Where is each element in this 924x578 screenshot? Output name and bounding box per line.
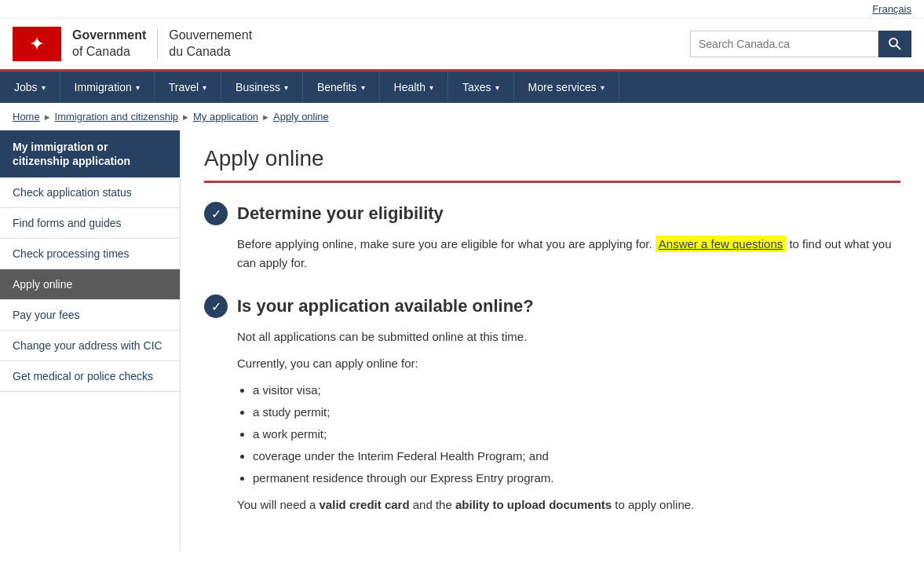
gov-en-line2: of Canada — [72, 44, 146, 60]
list-item: permanent residence through our Express … — [253, 469, 900, 488]
top-bar: Français — [0, 0, 924, 19]
search-button[interactable] — [878, 31, 911, 57]
check-icon-1: ✓ — [204, 202, 228, 225]
sidebar-item-check-status[interactable]: Check application status — [0, 177, 180, 208]
sidebar: My immigration or citizenship applicatio… — [0, 130, 181, 552]
svg-point-0 — [889, 38, 897, 46]
gov-fr-line1: Gouvernement — [169, 27, 252, 44]
nav-item-immigration[interactable]: Immigration ▾ — [60, 71, 155, 103]
nav-item-jobs[interactable]: Jobs ▾ — [0, 71, 60, 103]
breadcrumb-sep-3: ► — [261, 112, 270, 122]
search-input[interactable] — [690, 31, 878, 57]
page-title: Apply online — [204, 146, 900, 171]
logo-divider — [157, 28, 158, 60]
available-para3: You will need a valid credit card and th… — [237, 496, 900, 514]
breadcrumb-sep-2: ► — [181, 112, 190, 122]
section-available-heading: Is your application available online? — [237, 296, 534, 316]
sidebar-item-forms-guides[interactable]: Find forms and guides — [0, 208, 180, 239]
breadcrumb-immigration[interactable]: Immigration and citizenship — [55, 111, 179, 123]
chevron-down-icon: ▾ — [136, 83, 140, 92]
chevron-down-icon: ▾ — [429, 83, 433, 92]
bold-upload-docs: ability to upload documents — [455, 498, 612, 511]
answer-questions-link[interactable]: Answer a few questions — [656, 236, 786, 252]
section-eligibility-heading: Determine your eligibility — [237, 203, 444, 224]
section-eligibility-body: Before applying online, make sure you ar… — [204, 235, 900, 273]
sidebar-item-change-address[interactable]: Change your address with CIC — [0, 331, 180, 361]
breadcrumb-home[interactable]: Home — [13, 111, 40, 123]
chevron-down-icon: ▾ — [203, 83, 206, 92]
eligibility-text: Before applying online, make sure you ar… — [237, 235, 900, 273]
breadcrumb-my-application[interactable]: My application — [193, 111, 258, 123]
gov-en-text: Government of Canada — [72, 27, 146, 60]
chevron-down-icon: ▾ — [361, 83, 365, 92]
sidebar-header: My immigration or citizenship applicatio… — [0, 130, 180, 177]
sidebar-item-apply-online[interactable]: Apply online — [0, 269, 180, 300]
list-item: a study permit; — [253, 403, 900, 422]
section-eligibility: ✓ Determine your eligibility Before appl… — [204, 202, 900, 273]
main-content: Apply online ✓ Determine your eligibilit… — [181, 130, 924, 552]
gov-en-line1: Government — [72, 27, 146, 44]
nav-item-travel[interactable]: Travel ▾ — [155, 71, 221, 103]
content-divider — [204, 181, 900, 183]
section-available-online: ✓ Is your application available online? … — [204, 294, 900, 514]
breadcrumb-sep-1: ► — [43, 112, 52, 122]
canada-flag: ✦ — [13, 27, 61, 61]
chevron-down-icon: ▾ — [601, 83, 604, 92]
gov-fr-text: Gouvernement du Canada — [169, 27, 252, 60]
chevron-down-icon: ▾ — [284, 83, 288, 92]
list-item: coverage under the Interim Federal Healt… — [253, 447, 900, 466]
available-para2: Currently, you can apply online for: — [237, 354, 900, 373]
header: ✦ Government of Canada Gouvernement du C… — [0, 19, 924, 71]
list-item: a work permit; — [253, 425, 900, 444]
nav-item-more-services[interactable]: More services ▾ — [514, 71, 619, 103]
search-icon — [889, 38, 901, 50]
bold-credit-card: valid credit card — [320, 498, 410, 511]
gov-fr-line2: du Canada — [169, 44, 252, 60]
breadcrumb: Home ► Immigration and citizenship ► My … — [0, 103, 924, 130]
search-area — [690, 31, 911, 57]
language-toggle-link[interactable]: Français — [872, 3, 911, 15]
sidebar-item-processing-times[interactable]: Check processing times — [0, 239, 180, 269]
nav-item-business[interactable]: Business ▾ — [221, 71, 303, 103]
sidebar-item-medical-checks[interactable]: Get medical or police checks — [0, 361, 180, 392]
sidebar-item-pay-fees[interactable]: Pay your fees — [0, 300, 180, 331]
main-nav: Jobs ▾ Immigration ▾ Travel ▾ Business ▾… — [0, 71, 924, 103]
svg-line-1 — [897, 46, 900, 49]
check-icon-2: ✓ — [204, 294, 228, 318]
logo-area: ✦ Government of Canada Gouvernement du C… — [13, 27, 252, 61]
breadcrumb-apply-online[interactable]: Apply online — [273, 111, 329, 123]
section-available-title-row: ✓ Is your application available online? — [204, 294, 900, 318]
main-layout: My immigration or citizenship applicatio… — [0, 130, 924, 552]
maple-leaf-icon: ✦ — [29, 33, 45, 55]
chevron-down-icon: ▾ — [495, 83, 499, 92]
nav-item-benefits[interactable]: Benefits ▾ — [303, 71, 380, 103]
nav-item-health[interactable]: Health ▾ — [380, 71, 448, 103]
list-item: a visitor visa; — [253, 381, 900, 400]
section-eligibility-title-row: ✓ Determine your eligibility — [204, 202, 900, 225]
available-list: a visitor visa; a study permit; a work p… — [253, 381, 900, 488]
section-available-body: Not all applications can be submitted on… — [204, 327, 900, 514]
available-para1: Not all applications can be submitted on… — [237, 327, 900, 346]
chevron-down-icon: ▾ — [42, 83, 46, 92]
nav-item-taxes[interactable]: Taxes ▾ — [448, 71, 514, 103]
